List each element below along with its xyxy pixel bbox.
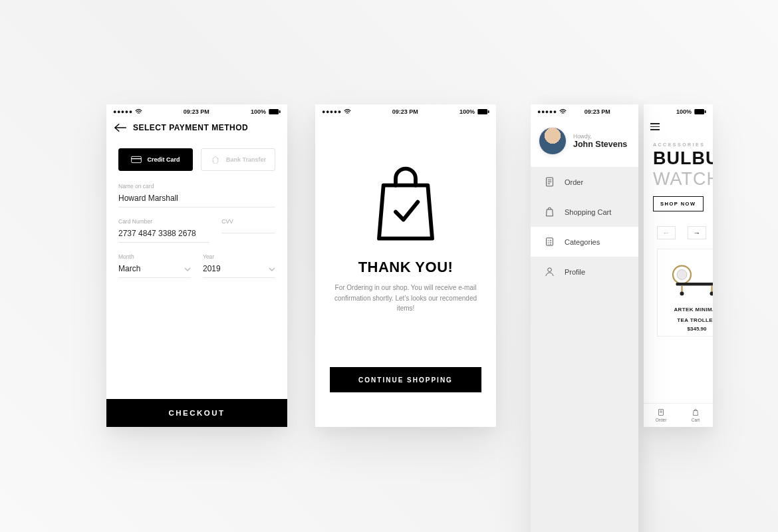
product-card[interactable]: ARTEK MINIMAL TEA TROLLEY $345.90 — [657, 249, 713, 336]
menu-icon[interactable] — [650, 123, 660, 130]
tab-bar: Order Cart — [644, 403, 713, 427]
status-battery: 100% — [676, 108, 692, 115]
back-icon[interactable] — [114, 123, 126, 132]
nav-order[interactable]: Order — [531, 167, 638, 197]
product-price: $345.90 — [662, 326, 713, 332]
label: Name on card — [118, 183, 275, 190]
bag-icon — [692, 408, 700, 416]
tabbar-order[interactable]: Order — [644, 404, 678, 427]
screen-home-partial: 100% ACCESSORIES BULBUL WATCH SHOP NOW ←… — [644, 104, 713, 427]
list-icon — [544, 236, 555, 247]
shopping-bag-check-icon — [372, 164, 439, 244]
name-input[interactable]: Howard Marshall — [118, 194, 275, 207]
field-cardnum: Card Number 2737 4847 3388 2678 — [118, 218, 209, 243]
bag-icon — [544, 206, 555, 217]
hero-line2: WATCH — [653, 169, 713, 190]
svg-rect-11 — [705, 110, 706, 113]
chevron-down-icon — [269, 267, 275, 271]
svg-rect-1 — [279, 110, 281, 113]
status-battery: 100% — [459, 108, 489, 115]
avatar[interactable] — [539, 127, 567, 155]
tab-bank-transfer[interactable]: Bank Transfer — [201, 148, 275, 171]
battery-icon — [477, 109, 489, 114]
label: CVV — [221, 218, 275, 225]
field-name: Name on card Howard Marshall — [118, 183, 275, 207]
svg-point-17 — [680, 291, 684, 295]
status-bar: ●●●●● 09:23 PM _ — [531, 104, 638, 118]
tab-label: Bank Transfer — [226, 156, 266, 163]
cvv-input[interactable] — [221, 229, 275, 233]
nav-categories[interactable]: Categories — [531, 227, 638, 257]
tabbar-label: Order — [656, 418, 667, 422]
checkout-button[interactable]: CHECKOUT — [106, 399, 287, 427]
field-cvv: CVV — [221, 218, 275, 243]
page-title: SELECT PAYMENT METHOD — [133, 123, 248, 132]
pager: ← → — [657, 226, 713, 239]
svg-point-13 — [677, 269, 687, 279]
svg-rect-4 — [477, 109, 487, 114]
svg-point-18 — [710, 291, 713, 295]
product-image — [662, 255, 713, 303]
nav-label: Categories — [565, 238, 600, 246]
battery-icon — [694, 109, 706, 114]
field-year: Year 2019 — [203, 253, 275, 278]
hero-line1: BULBUL — [653, 148, 713, 169]
label: Month — [118, 253, 191, 260]
status-bar: 100% — [644, 104, 713, 118]
payment-form: Name on card Howard Marshall Card Number… — [106, 171, 287, 289]
status-bar: ●●●●● 09:23 PM 100% — [315, 104, 496, 118]
screen-thankyou: ●●●●● 09:23 PM 100% THANK YOU! For Order… — [315, 104, 496, 427]
drawer-spacer — [531, 287, 638, 532]
tab-credit-card[interactable]: Credit Card — [118, 148, 193, 171]
screen-payment: ●●●●● 09:23 PM 100% SELECT PAYMENT METHO… — [106, 104, 287, 427]
battery-icon — [269, 109, 281, 114]
receipt-icon — [544, 176, 555, 188]
status-bar: ●●●●● 09:23 PM 100% — [106, 104, 287, 118]
nav-label: Order — [565, 178, 583, 186]
hero-kicker: ACCESSORIES — [653, 142, 713, 147]
product-name-2: TEA TROLLEY — [662, 317, 713, 324]
wifi-icon — [559, 109, 567, 114]
nav-label: Shopping Cart — [565, 208, 611, 216]
tab-label: Credit Card — [147, 156, 180, 163]
nav-profile[interactable]: Profile — [531, 257, 638, 287]
nav-label: Profile — [565, 268, 585, 276]
receipt-icon — [657, 408, 665, 416]
signal-icon: ●●●●● — [537, 108, 567, 115]
label: Card Number — [118, 218, 209, 225]
chevron-down-icon — [184, 267, 191, 271]
status-time: 09:23 PM — [184, 108, 209, 115]
signal-icon: ●●●●● — [113, 108, 142, 115]
payment-tabs: Credit Card Bank Transfer — [106, 148, 287, 171]
svg-rect-5 — [488, 110, 489, 113]
wifi-icon — [344, 109, 351, 114]
tabbar-cart[interactable]: Cart — [678, 404, 713, 427]
signal-icon: ●●●●● — [322, 108, 351, 115]
thankyou-body: For Ordering in our shop. You will recei… — [315, 283, 496, 314]
svg-rect-10 — [694, 109, 704, 114]
svg-rect-0 — [269, 109, 279, 114]
user-block: Howdy, John Stevens — [531, 118, 638, 167]
username: John Stevens — [573, 140, 627, 149]
month-select[interactable]: March — [118, 264, 191, 278]
nav-cart[interactable]: Shopping Cart — [531, 197, 638, 227]
tabbar-label: Cart — [692, 418, 700, 422]
svg-rect-14 — [676, 283, 713, 286]
header: SELECT PAYMENT METHOD — [106, 118, 287, 139]
label: Year — [203, 253, 275, 260]
continue-shopping-button[interactable]: CONTINUE SHOPPING — [330, 367, 481, 392]
svg-point-8 — [548, 268, 552, 272]
transfer-icon — [210, 156, 221, 164]
svg-rect-2 — [132, 156, 142, 162]
year-select[interactable]: 2019 — [203, 264, 275, 278]
shop-now-button[interactable]: SHOP NOW — [653, 196, 704, 211]
greeting: Howdy, — [573, 133, 627, 140]
pager-prev[interactable]: ← — [657, 226, 676, 239]
wifi-icon — [135, 109, 142, 114]
status-time: 09:23 PM — [392, 108, 418, 115]
product-name-1: ARTEK MINIMAL — [662, 307, 713, 313]
field-month: Month March — [118, 253, 191, 278]
pager-next[interactable]: → — [688, 226, 706, 239]
screen-drawer: ●●●●● 09:23 PM _ Howdy, John Stevens Ord… — [531, 104, 638, 532]
cardnum-input[interactable]: 2737 4847 3388 2678 — [118, 229, 209, 243]
